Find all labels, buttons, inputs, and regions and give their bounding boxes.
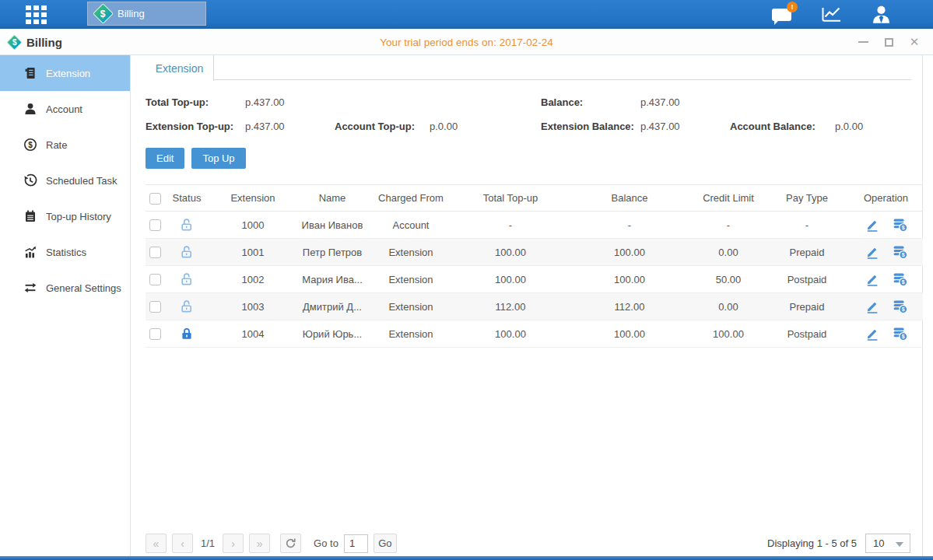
svg-text:$: $ — [901, 252, 904, 258]
extension-topup-label: Extension Top-up: — [146, 121, 245, 132]
main-content: Extension Total Top-up: p.437.00 Balance… — [132, 55, 923, 556]
cell-name: Юрий Юрь... — [296, 320, 368, 348]
svg-text:$: $ — [901, 225, 904, 231]
cell-extension: 1004 — [209, 320, 296, 348]
edit-icon[interactable] — [865, 326, 880, 341]
cell-extension: 1003 — [209, 293, 296, 320]
col-balance: Balance — [567, 185, 692, 212]
top-up-icon[interactable]: $ — [893, 271, 908, 287]
table-row[interactable]: 1001 Петр Петров Extension 100.00 100.00… — [146, 239, 923, 266]
sidebar-item-general-settings[interactable]: General Settings — [0, 270, 130, 306]
cell-credit-limit: 50.00 — [692, 266, 765, 293]
go-button[interactable]: Go — [374, 534, 397, 553]
row-checkbox[interactable] — [149, 219, 161, 231]
cell-pay-type: Postpaid — [765, 266, 849, 293]
user-account-icon[interactable] — [869, 4, 893, 26]
window-bottom-edge — [0, 556, 933, 560]
lock-status-icon[interactable] — [180, 272, 194, 286]
col-pay-type: Pay Type — [765, 185, 849, 212]
locked-icon — [180, 327, 194, 341]
top-up-icon[interactable]: $ — [893, 299, 908, 314]
top-up-icon[interactable]: $ — [893, 326, 908, 341]
cell-charged-from: Extension — [368, 320, 454, 348]
table-header-row: Status Extension Name Charged From Total… — [146, 185, 923, 212]
sidebar-item-statistics[interactable]: Statistics — [0, 234, 130, 270]
taskbar-tab-label: Billing — [118, 8, 145, 19]
row-checkbox[interactable] — [149, 274, 161, 285]
col-extension: Extension — [209, 185, 296, 212]
edit-icon[interactable] — [865, 299, 880, 314]
page-size-select[interactable]: 10 — [865, 534, 910, 553]
lock-status-icon[interactable] — [180, 299, 194, 313]
sidebar-item-rate[interactable]: $ Rate — [0, 127, 130, 163]
svg-text:$: $ — [28, 141, 33, 149]
lock-status-icon[interactable] — [180, 218, 194, 232]
maximize-button[interactable] — [882, 36, 895, 48]
pagination: « ‹ 1/1 › » Go to Go — [146, 534, 397, 553]
edit-icon[interactable] — [865, 271, 880, 287]
col-total-topup: Total Top-up — [454, 185, 567, 212]
cell-credit-limit: 0.00 — [692, 239, 765, 266]
page-indicator: 1/1 — [201, 537, 215, 549]
taskbar-tab-billing[interactable]: $ Billing — [87, 2, 206, 26]
sidebar-item-account[interactable]: Account — [0, 91, 130, 127]
cell-total-topup: 100.00 — [454, 239, 567, 266]
minimize-button[interactable] — [857, 36, 869, 48]
cell-total-topup: 112.00 — [454, 293, 567, 320]
window-titlebar: $ Billing Your trial period ends on: 201… — [0, 29, 933, 55]
close-button[interactable]: ✕ — [908, 36, 921, 48]
notifications-icon[interactable]: ! — [770, 4, 793, 26]
sidebar-item-label: Extension — [46, 68, 90, 79]
tab-strip: Extension — [146, 55, 911, 80]
total-topup-label: Total Top-up: — [146, 96, 245, 108]
cell-extension: 1000 — [209, 212, 296, 239]
svg-text:$: $ — [901, 334, 904, 340]
edit-icon[interactable] — [865, 244, 880, 260]
sidebar-item-scheduled-task[interactable]: Scheduled Task — [0, 163, 130, 198]
sidebar-item-label: Account — [46, 103, 82, 115]
monitor-chart-icon[interactable] — [819, 4, 843, 26]
row-checkbox[interactable] — [149, 301, 161, 313]
edit-icon[interactable] — [865, 217, 880, 233]
row-checkbox[interactable] — [149, 247, 161, 258]
billing-app-icon: $ — [93, 3, 114, 24]
account-topup-label: Account Top-up: — [335, 121, 430, 132]
select-all-checkbox[interactable] — [149, 193, 161, 205]
goto-page-input[interactable] — [344, 534, 368, 553]
table-row[interactable]: 1002 Мария Ива... Extension 100.00 100.0… — [146, 266, 923, 293]
refresh-button[interactable] — [280, 534, 301, 553]
tab-extension[interactable]: Extension — [146, 55, 214, 81]
last-page-button[interactable]: » — [249, 534, 270, 553]
svg-text:$: $ — [901, 306, 904, 313]
lock-status-icon[interactable] — [180, 245, 194, 259]
cell-total-topup: - — [454, 212, 567, 239]
prev-page-button[interactable]: ‹ — [172, 534, 193, 553]
sidebar: Extension Account $ Rate Scheduled Task — [0, 55, 131, 556]
table-row[interactable]: 1003 Дмитрий Д... Extension 112.00 112.0… — [146, 293, 923, 320]
rate-icon: $ — [23, 138, 37, 152]
sidebar-item-label: Scheduled Task — [46, 175, 118, 187]
row-checkbox[interactable] — [149, 328, 161, 340]
lock-status-icon[interactable] — [180, 327, 194, 341]
apps-grid-icon[interactable] — [26, 5, 57, 24]
extensions-table: Status Extension Name Charged From Total… — [146, 184, 923, 348]
general-settings-icon — [23, 281, 37, 295]
cell-balance: 100.00 — [567, 266, 692, 293]
toolbar: Edit Top Up — [146, 148, 911, 169]
table-row[interactable]: 1004 Юрий Юрь... Extension 100.00 100.00… — [146, 320, 923, 348]
table-row[interactable]: 1000 Иван Иванов Account - - - - — [146, 212, 923, 239]
cell-extension: 1001 — [209, 239, 296, 266]
chevron-down-icon — [896, 542, 903, 547]
sidebar-item-extension[interactable]: Extension — [0, 55, 130, 91]
cell-balance: 100.00 — [567, 239, 692, 266]
cell-name: Мария Ива... — [296, 266, 368, 293]
top-up-icon[interactable]: $ — [893, 217, 908, 233]
extension-balance-label: Extension Balance: — [541, 121, 640, 132]
unlocked-icon — [180, 272, 194, 286]
top-up-button[interactable]: Top Up — [191, 148, 245, 169]
edit-button[interactable]: Edit — [146, 148, 184, 169]
next-page-button[interactable]: › — [223, 534, 244, 553]
sidebar-item-topup-history[interactable]: Top-up History — [0, 198, 130, 234]
first-page-button[interactable]: « — [146, 534, 167, 553]
top-up-icon[interactable]: $ — [893, 244, 908, 260]
